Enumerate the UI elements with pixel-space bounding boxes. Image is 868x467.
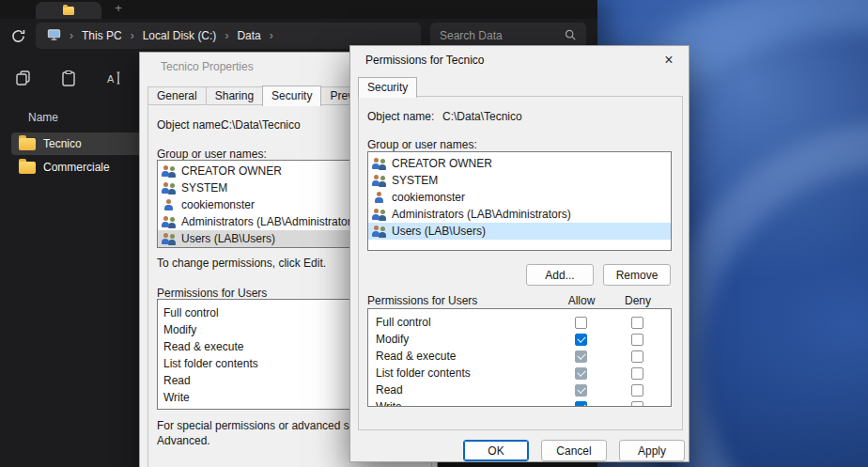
- group-name: Users (LAB\Users): [392, 225, 486, 238]
- group-name: SYSTEM: [392, 174, 438, 187]
- permission-row-read: Read: [368, 381, 671, 398]
- group-row-system[interactable]: SYSTEM: [368, 172, 671, 189]
- group-icon: [372, 208, 387, 221]
- object-name-value: C:\Data\Tecnico: [221, 118, 301, 132]
- group-names-label: Group or user names:: [367, 138, 477, 151]
- group-row-administrators[interactable]: Administrators (LAB\Administrators): [368, 206, 671, 223]
- permission-row-read-execute: Read & execute: [368, 348, 671, 365]
- folder-icon: [19, 138, 36, 150]
- refresh-icon[interactable]: [9, 27, 26, 44]
- permission-row-modify: Modify: [368, 331, 671, 348]
- add-button[interactable]: Add...: [526, 264, 594, 286]
- group-icon: [372, 225, 387, 238]
- group-icon: [162, 215, 177, 228]
- deny-checkbox-read[interactable]: [631, 384, 643, 397]
- group-icon: [162, 232, 177, 245]
- folder-row-commerciale[interactable]: Commerciale: [11, 156, 143, 179]
- tab-general[interactable]: General: [147, 86, 207, 105]
- allow-checkbox-read[interactable]: [575, 384, 587, 397]
- group-name: Users (LAB\Users): [181, 232, 275, 245]
- deny-checkbox-full-control[interactable]: [631, 317, 643, 329]
- chevron-right-icon: [270, 29, 273, 42]
- allow-checkbox-modify[interactable]: [575, 334, 587, 346]
- explorer-tab[interactable]: [36, 2, 101, 19]
- group-name: cookiemonster: [392, 191, 465, 204]
- close-icon: [664, 52, 673, 69]
- permissions-for-users-label: Permissions for Users: [367, 294, 553, 307]
- group-name: SYSTEM: [181, 181, 227, 195]
- group-icon: [372, 157, 387, 170]
- permission-name: Read: [368, 383, 552, 397]
- permission-name: Modify: [368, 333, 552, 346]
- breadcrumb-this-pc[interactable]: This PC: [82, 29, 122, 42]
- group-names-listbox: CREATOR OWNER SYSTEM cookiemonster Admin…: [367, 151, 672, 251]
- permissions-table: Full control Modify Read & execute List …: [367, 308, 672, 407]
- group-names-label: Group or user names:: [157, 148, 267, 161]
- this-pc-icon: [47, 27, 61, 44]
- group-name: CREATOR OWNER: [392, 157, 492, 170]
- deny-column-header: Deny: [610, 294, 666, 307]
- allow-checkbox-read-execute[interactable]: [575, 350, 587, 363]
- breadcrumb-data[interactable]: Data: [237, 29, 260, 42]
- chevron-right-icon: [70, 29, 73, 42]
- svg-text:A: A: [107, 73, 115, 85]
- user-icon: [162, 198, 177, 211]
- apply-button[interactable]: Apply: [619, 440, 685, 461]
- rename-icon[interactable]: A: [103, 68, 124, 88]
- user-icon: [372, 191, 387, 204]
- group-icon: [162, 164, 177, 178]
- group-row-creator-owner[interactable]: CREATOR OWNER: [368, 155, 671, 172]
- permissions-for-users-label: Permissions for Users: [157, 287, 267, 300]
- tab-security[interactable]: Security: [358, 77, 417, 98]
- allow-column-header: Allow: [553, 294, 610, 307]
- allow-checkbox-write[interactable]: [575, 401, 587, 408]
- object-name-value: C:\Data\Tecnico: [442, 110, 522, 123]
- permissions-dialog-tabs: Security: [358, 77, 417, 97]
- deny-checkbox-write[interactable]: [631, 401, 643, 408]
- permissions-table-header: Permissions for Users Allow Deny: [367, 294, 672, 307]
- allow-checkbox-full-control[interactable]: [575, 317, 587, 329]
- chevron-right-icon: [225, 29, 228, 42]
- deny-checkbox-modify[interactable]: [631, 334, 643, 346]
- permissions-dialog: Permissions for Tecnico Security Object …: [349, 45, 690, 462]
- breadcrumb-local-disk-c[interactable]: Local Disk (C:): [143, 29, 217, 42]
- deny-checkbox-read-execute[interactable]: [631, 350, 643, 363]
- permission-name: List folder contents: [368, 366, 552, 380]
- permission-row-full-control: Full control: [368, 314, 671, 331]
- group-row-cookiemonster[interactable]: cookiemonster: [368, 189, 671, 206]
- folder-icon: [63, 7, 74, 15]
- explorer-tab-strip: [0, 0, 597, 19]
- chevron-right-icon: [131, 29, 134, 42]
- group-name: Administrators (LAB\Administrators): [392, 208, 571, 221]
- search-placeholder: Search Data: [440, 29, 503, 42]
- permission-name: Full control: [368, 316, 552, 329]
- tab-security[interactable]: Security: [262, 86, 321, 106]
- group-name: CREATOR OWNER: [181, 164, 282, 178]
- deny-checkbox-list-folder-contents[interactable]: [631, 367, 643, 380]
- copy-icon[interactable]: [13, 68, 34, 88]
- ok-button[interactable]: OK: [463, 440, 529, 461]
- permission-row-write: Write: [368, 398, 671, 407]
- group-icon: [372, 174, 387, 187]
- group-row-users[interactable]: Users (LAB\Users): [368, 223, 671, 240]
- folder-icon: [19, 162, 36, 174]
- allow-checkbox-list-folder-contents[interactable]: [575, 367, 587, 380]
- remove-button[interactable]: Remove: [603, 264, 671, 286]
- permissions-dialog-title: Permissions for Tecnico: [350, 46, 689, 74]
- folder-row-tecnico[interactable]: Tecnico: [11, 132, 143, 155]
- group-name: Administrators (LAB\Administrators): [181, 215, 361, 228]
- paste-icon[interactable]: [58, 68, 79, 88]
- permission-name: Write: [368, 400, 552, 407]
- edit-hint-text: To change permissions, click Edit.: [157, 257, 326, 270]
- tab-sharing[interactable]: Sharing: [206, 86, 263, 105]
- object-name-label: Object name:: [367, 110, 434, 123]
- object-name-label: Object name:: [157, 118, 224, 132]
- new-tab-button[interactable]: [111, 1, 126, 18]
- close-button[interactable]: [649, 46, 689, 74]
- search-icon: [564, 28, 577, 44]
- folder-name: Commerciale: [43, 161, 110, 174]
- group-name: cookiemonster: [181, 198, 255, 211]
- group-icon: [162, 181, 177, 195]
- cancel-button[interactable]: Cancel: [541, 440, 607, 461]
- permission-row-list-folder-contents: List folder contents: [368, 365, 671, 381]
